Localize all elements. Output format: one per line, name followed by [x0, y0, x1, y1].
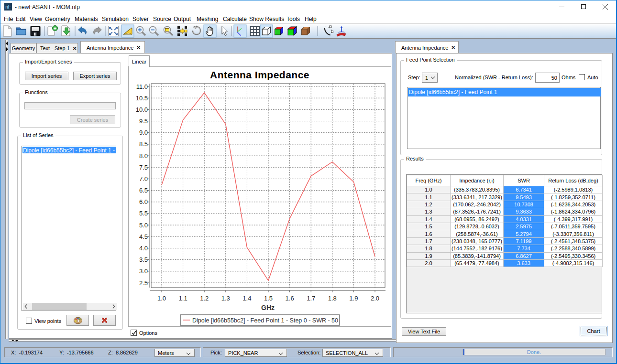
svg-text:5.0: 5.0: [139, 222, 148, 229]
svg-text:1.5: 1.5: [264, 295, 273, 302]
svg-text:4.0: 4.0: [139, 245, 148, 252]
svg-text:1.7: 1.7: [307, 295, 315, 302]
svg-text:1.1: 1.1: [179, 295, 187, 302]
svg-text:10.5: 10.5: [136, 95, 148, 102]
svg-text:8.0: 8.0: [139, 152, 148, 160]
svg-text:1.9: 1.9: [349, 295, 358, 302]
svg-text:7.0: 7.0: [139, 175, 148, 182]
svg-text:2.5: 2.5: [139, 279, 148, 287]
svg-text:1.3: 1.3: [221, 295, 230, 302]
svg-text:Antenna Impedance: Antenna Impedance: [210, 69, 309, 80]
svg-text:3.5: 3.5: [139, 256, 148, 263]
svg-text:2.0: 2.0: [371, 295, 379, 302]
svg-text:1.4: 1.4: [242, 295, 251, 302]
svg-text:1.6: 1.6: [286, 295, 294, 302]
svg-text:GHz: GHz: [261, 304, 275, 311]
svg-text:3.0: 3.0: [139, 268, 148, 275]
svg-text:Dipole [id66b55bc2] - Feed Poi: Dipole [id66b55bc2] - Feed Point 1 - Ste…: [192, 317, 338, 324]
svg-text:6.5: 6.5: [139, 187, 148, 194]
svg-text:1.0: 1.0: [157, 295, 166, 302]
svg-text:4.5: 4.5: [139, 233, 148, 240]
svg-text:6.0: 6.0: [139, 198, 148, 205]
svg-text:8.5: 8.5: [139, 140, 148, 148]
svg-text:11.0: 11.0: [136, 83, 148, 90]
svg-text:9.5: 9.5: [139, 118, 148, 125]
svg-text:9.0: 9.0: [139, 129, 148, 136]
svg-text:1.2: 1.2: [200, 295, 209, 302]
svg-text:10.0: 10.0: [136, 106, 148, 113]
svg-text:5.5: 5.5: [139, 210, 148, 217]
svg-text:7.5: 7.5: [139, 164, 148, 171]
svg-text:1.8: 1.8: [328, 295, 337, 302]
